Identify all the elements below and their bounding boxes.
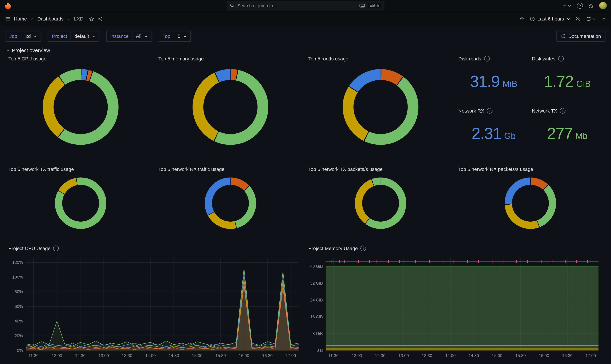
section-project-overview[interactable]: Project overview <box>6 47 605 53</box>
svg-text:12:00: 12:00 <box>52 353 62 358</box>
share-button[interactable] <box>98 16 103 21</box>
svg-text:80%: 80% <box>14 289 23 294</box>
svg-text:14:30: 14:30 <box>468 353 479 358</box>
svg-text:24 GiB: 24 GiB <box>310 298 323 302</box>
grafana-logo[interactable] <box>4 2 12 9</box>
network-rx-traffic-donut-chart <box>205 178 256 229</box>
panel-top5-network-tx-traffic: Top 5 network TX traffic usage <box>6 164 156 241</box>
project-memory-usage-chart[interactable]: 0 B8 GiB16 GiB24 GiB32 GiB40 GiB11:3012:… <box>308 255 602 360</box>
chevron-down-icon <box>34 34 37 38</box>
panel-title[interactable]: Project Memory Usage i <box>308 246 603 251</box>
collapse-toolbar-button[interactable] <box>601 16 606 21</box>
variable-top: Top 5 <box>159 31 191 42</box>
time-range-picker[interactable]: Last 6 hours <box>530 16 570 22</box>
svg-text:15:30: 15:30 <box>515 353 526 358</box>
stat-title[interactable]: Disk reads <box>458 56 481 62</box>
time-range-label: Last 6 hours <box>537 16 564 22</box>
panel-project-cpu-usage: Project CPU Usage i 0%20%40%60%80%100%12… <box>6 241 306 360</box>
donut-hole <box>62 185 99 221</box>
variable-label-project[interactable]: Project <box>48 31 71 42</box>
svg-text:0%: 0% <box>17 348 23 353</box>
svg-text:15:00: 15:00 <box>192 353 202 358</box>
dashboard-toolbar: Home Dashboards LXD ⚙ Last 6 hours <box>0 12 611 26</box>
stat-value: 2.31Gb <box>458 124 529 143</box>
svg-text:13:00: 13:00 <box>398 353 409 358</box>
svg-text:16:00: 16:00 <box>539 353 549 358</box>
dashboard-settings-button[interactable]: ⚙ <box>519 16 524 22</box>
favorite-star-button[interactable] <box>89 16 94 21</box>
svg-text:14:30: 14:30 <box>169 353 179 358</box>
add-button[interactable]: + <box>563 3 571 9</box>
cpu-usage-donut-chart <box>43 69 119 145</box>
donut-hole <box>212 185 249 221</box>
panel-title[interactable]: Project CPU Usage i <box>8 246 303 251</box>
svg-text:13:30: 13:30 <box>422 353 432 358</box>
panel-row-3: Project CPU Usage i 0%20%40%60%80%100%12… <box>6 241 605 360</box>
search-input[interactable]: Search or jump to... ctrl+k <box>226 1 385 10</box>
stat-title[interactable]: Disk writes <box>532 56 555 62</box>
variables-bar: Job lxd Project default Instance All Top… <box>0 26 611 42</box>
chevron-down-icon <box>92 34 96 38</box>
user-avatar[interactable] <box>599 2 607 9</box>
panel-title[interactable]: Top 5 CPU usage <box>8 56 153 62</box>
search-shortcut-badge: ctrl+k <box>368 3 381 8</box>
panel-title[interactable]: Top 5 network TX packets/s usage <box>308 166 453 172</box>
variable-selected-value: 5 <box>178 33 180 39</box>
svg-text:16:00: 16:00 <box>239 353 249 358</box>
variable-label-instance[interactable]: Instance <box>106 31 133 42</box>
breadcrumb-dashboards[interactable]: Dashboards <box>37 16 64 22</box>
info-icon[interactable]: i <box>558 56 564 62</box>
svg-text:0 B: 0 B <box>317 348 323 353</box>
project-cpu-usage-chart[interactable]: 0%20%40%60%80%100%120%11:3012:0012:3013:… <box>8 255 302 360</box>
chevron-down-icon <box>183 34 187 38</box>
chevron-right-icon <box>67 17 71 21</box>
chevron-down-icon <box>568 4 571 7</box>
breadcrumb-home[interactable]: Home <box>14 16 27 22</box>
svg-text:15:00: 15:00 <box>492 353 502 358</box>
donut-hole <box>512 185 549 221</box>
svg-text:11:30: 11:30 <box>328 353 339 358</box>
refresh-button[interactable] <box>586 16 596 21</box>
panel-title[interactable]: Top 5 network TX traffic usage <box>8 166 153 172</box>
variable-value-job[interactable]: lxd <box>21 31 41 42</box>
panel-title[interactable]: Top 5 memory usage <box>158 56 303 62</box>
stat-value: 277Mb <box>532 124 603 143</box>
svg-text:16:30: 16:30 <box>262 353 273 358</box>
variable-selected-value: All <box>136 33 141 39</box>
panel-title[interactable]: Top 5 network RX traffic usage <box>158 166 303 172</box>
donut-hole <box>362 185 399 221</box>
documentation-button[interactable]: Documentation <box>557 31 605 42</box>
panel-row-2: Top 5 network TX traffic usage Top 5 net… <box>6 164 605 241</box>
svg-text:17:00: 17:00 <box>585 353 596 358</box>
info-icon[interactable]: i <box>560 108 565 114</box>
menu-toggle-button[interactable] <box>5 16 10 22</box>
svg-text:13:00: 13:00 <box>99 353 109 358</box>
panel-top5-memory-usage: Top 5 memory usage <box>156 53 306 164</box>
panel-top5-rootfs-usage: Top 5 rootfs usage <box>306 53 455 164</box>
breadcrumb-current: LXD <box>74 16 83 22</box>
variable-value-top[interactable]: 5 <box>174 31 191 42</box>
info-icon[interactable]: i <box>360 246 366 251</box>
variable-label-top[interactable]: Top <box>159 31 174 42</box>
info-icon[interactable]: i <box>487 108 492 114</box>
svg-text:40%: 40% <box>14 319 23 323</box>
stat-title[interactable]: Network TX <box>532 108 557 114</box>
zoom-out-button[interactable] <box>576 16 581 21</box>
stat-title[interactable]: Network RX <box>458 108 484 114</box>
panel-title[interactable]: Top 5 network RX packets/s usage <box>458 166 603 172</box>
panel-top5-network-rx-packets: Top 5 network RX packets/s usage <box>455 164 605 241</box>
news-button[interactable] <box>588 3 594 8</box>
svg-text:32 GiB: 32 GiB <box>310 281 323 286</box>
svg-text:12:00: 12:00 <box>352 353 362 358</box>
rootfs-usage-donut-chart <box>343 69 418 145</box>
svg-text:14:00: 14:00 <box>145 353 156 358</box>
variable-selected-value: lxd <box>25 33 31 39</box>
help-button[interactable]: ? <box>577 3 583 9</box>
panel-title[interactable]: Top 5 rootfs usage <box>308 56 453 62</box>
info-icon[interactable]: i <box>53 246 59 251</box>
variable-value-project[interactable]: default <box>71 31 99 42</box>
variable-label-job[interactable]: Job <box>6 31 21 42</box>
variable-value-instance[interactable]: All <box>132 31 152 42</box>
svg-text:120%: 120% <box>12 260 23 265</box>
info-icon[interactable]: i <box>484 56 490 62</box>
